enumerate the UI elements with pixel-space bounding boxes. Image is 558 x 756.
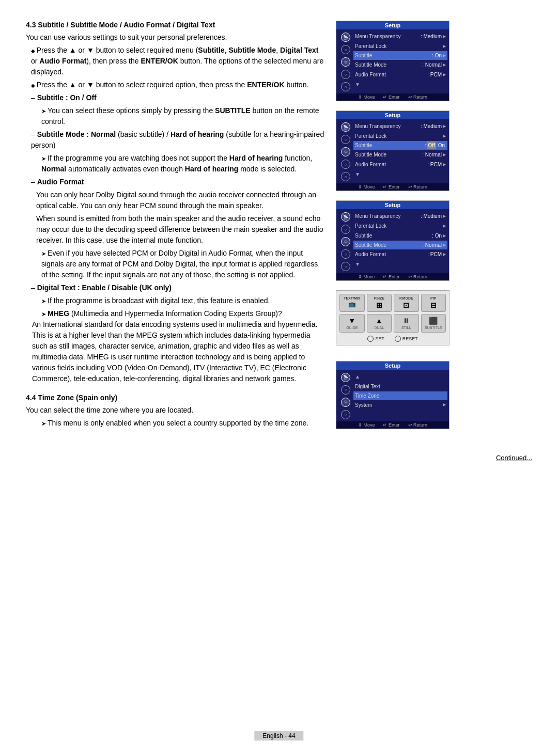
row-menu-trans-3: Menu Transparency : Medium ▶ xyxy=(355,211,446,221)
setup-rows-1: Menu Transparency : Medium ▶ Parental Lo… xyxy=(355,32,446,91)
row-system: System ▶ xyxy=(355,400,446,410)
icon-gear1: ⚙ xyxy=(341,57,350,67)
row-menu-trans-1: Menu Transparency : Medium ▶ xyxy=(355,32,446,41)
icon-c2: ○ xyxy=(341,135,350,144)
setup-title-3: Setup xyxy=(336,201,449,209)
btn-psize: PSIZE ⊞ xyxy=(367,294,392,312)
icon-c4: ○ xyxy=(341,172,350,181)
row-audio-format-3: Audio Format : PCM ▶ xyxy=(355,249,446,259)
icon-circle2: ○ xyxy=(341,70,350,79)
section-43-intro: You can use various settings to suit you… xyxy=(26,32,326,43)
setup-footer-2: ⇕ Move ↵ Enter ↩ Return xyxy=(336,183,449,191)
btn-textmix: TEXT/MIX 📺 xyxy=(339,294,365,312)
setup-panel-2: Setup 📡 ○ ⚙ ○ ○ Menu Transparency : Medi… xyxy=(336,111,450,191)
setup-panel-4: Setup 📡 ○ ⚙ ○ ▲ Digital Text xyxy=(336,361,450,429)
section-44-heading: 4.4 Time Zone (Spain only) xyxy=(26,393,326,402)
btn-subtitle: ⬛ SUBTITLE xyxy=(421,314,446,332)
icon-c6: ○ xyxy=(341,249,350,259)
bullet-2: Press the ▲ or ▼ button to select requir… xyxy=(31,80,326,90)
row-subtitle-mode-3: Subtitle Mode : Normal ▶ xyxy=(353,241,447,249)
audio-format-para2: When sound is emitted from both the main… xyxy=(36,213,326,246)
setup-title-4: Setup xyxy=(336,361,449,370)
setup-icons-2: 📡 ○ ⚙ ○ ○ xyxy=(339,121,352,181)
section-44-subitem: This menu is only enabled when you selec… xyxy=(41,418,326,429)
icon-c9: ○ xyxy=(341,410,350,419)
remote-bottom: SET RESET xyxy=(339,336,446,342)
row-parental-1: Parental Lock ▶ xyxy=(355,41,446,51)
row-arrow-1: ▼ xyxy=(355,80,446,89)
row-parental-3: Parental Lock ▶ xyxy=(355,221,446,231)
icon-antenna-2: 📡 xyxy=(341,122,350,132)
icon-gear3: ⚙ xyxy=(341,237,350,246)
page-footer: English - 44 xyxy=(254,731,303,741)
icon-c3: ○ xyxy=(341,160,350,169)
audio-format-subitem: Even if you have selected PCM or Dolby D… xyxy=(41,248,326,280)
section-43-heading: 4.3 Subtitle / Subtitle Mode / Audio For… xyxy=(26,21,326,29)
btn-pip: PIP ⊟ xyxy=(421,294,446,312)
digital-text-subitem: If the programme is broadcast with digit… xyxy=(41,295,326,306)
setup-icons-4: 📡 ○ ⚙ ○ xyxy=(339,372,352,419)
remote-grid: TEXT/MIX 📺 PSIZE ⊞ P.MODE ⊡ PIP ⊟ xyxy=(339,294,446,333)
row-subtitle-1: Subtitle : On ▶ xyxy=(353,51,447,60)
row-audio-format-1: Audio Format : PCM ▶ xyxy=(355,70,446,80)
subtitle-subitem: You can select these options simply by p… xyxy=(41,105,326,127)
icon-antenna-3: 📡 xyxy=(341,212,350,222)
row-subtitle-3: Subtitle : On ▶ xyxy=(355,231,446,241)
icon-gear4: ⚙ xyxy=(341,398,350,407)
row-up-arrow: ▲ xyxy=(355,372,446,382)
row-subtitle-mode-1: Subtitle Mode : Normal ▶ xyxy=(355,60,446,70)
row-subtitle-2: Subtitle : Off On xyxy=(353,141,447,150)
setup-title-2: Setup xyxy=(336,111,449,119)
digital-text-heading: Digital Text : Enable / Disable (UK only… xyxy=(31,282,326,293)
subtitle-mode-heading: Subtitle Mode : Normal (basic subtitle) … xyxy=(31,129,326,151)
main-content: 4.3 Subtitle / Subtitle Mode / Audio For… xyxy=(26,21,532,433)
text-column: 4.3 Subtitle / Subtitle Mode / Audio For… xyxy=(26,21,326,433)
section-44: 4.4 Time Zone (Spain only) You can selec… xyxy=(26,393,326,429)
icon-antenna: 📡 xyxy=(341,33,350,42)
setup-footer-1: ⇕ Move ↵ Enter ↩ Return xyxy=(336,93,449,101)
audio-format-para1: You can only hear Dolby Digital sound th… xyxy=(36,190,326,211)
setup-panel-1: Setup 📡 ○ ⚙ ○ ○ Menu Transparency : Medi… xyxy=(336,21,450,101)
row-arrow-3: ▼ xyxy=(355,259,446,269)
setup-rows-3: Menu Transparency : Medium ▶ Parental Lo… xyxy=(355,211,446,271)
section-44-intro: You can select the time zone where you a… xyxy=(26,405,326,416)
subtitle-mode-subitem: If the programme you are watching does n… xyxy=(41,153,326,175)
row-arrow-2: ▼ xyxy=(355,169,446,179)
icon-c8: ○ xyxy=(341,385,350,395)
setup-rows-4: ▲ Digital Text Time Zone System ▶ xyxy=(355,372,446,419)
btn-still: ⏸ STILL xyxy=(394,314,419,332)
row-audio-format-2: Audio Format : PCM ▶ xyxy=(355,160,446,169)
row-time-zone: Time Zone xyxy=(353,391,447,400)
icon-circle1: ○ xyxy=(341,45,350,54)
icon-c5: ○ xyxy=(341,225,350,234)
setup-title-1: Setup xyxy=(336,21,449,29)
row-subtitle-mode-2: Subtitle Mode : Normal ▶ xyxy=(355,150,446,160)
btn-pmode: P.MODE ⊡ xyxy=(394,294,419,312)
images-column: Setup 📡 ○ ⚙ ○ ○ Menu Transparency : Medi… xyxy=(336,21,460,433)
row-digital-text: Digital Text xyxy=(355,382,446,391)
row-parental-2: Parental Lock ▶ xyxy=(355,131,446,141)
row-menu-trans-2: Menu Transparency : Medium ▶ xyxy=(355,121,446,131)
page: 4.3 Subtitle / Subtitle Mode / Audio For… xyxy=(0,0,558,756)
remote-panel: TEXT/MIX 📺 PSIZE ⊞ P.MODE ⊡ PIP ⊟ xyxy=(336,290,450,345)
setup-icons-3: 📡 ○ ⚙ ○ ○ xyxy=(339,211,352,271)
btn-guide: ▼ GUIDE xyxy=(339,314,365,332)
setup-footer-3: ⇕ Move ↵ Enter ↩ Return xyxy=(336,273,449,280)
continued-text: Continued... xyxy=(26,454,532,462)
mheg-item: MHEG (Multimedia and Hypermedia Informat… xyxy=(41,308,326,384)
icon-circle3: ○ xyxy=(341,82,350,91)
audio-format-heading: Audio Format xyxy=(31,177,326,187)
setup-footer-4: ⇕ Move ↵ Enter ↩ Return xyxy=(336,421,449,429)
bullet-1: Press the ▲ or ▼ button to select requir… xyxy=(31,45,326,77)
icon-gear2: ⚙ xyxy=(341,147,350,156)
setup-panel-3: Setup 📡 ○ ⚙ ○ ○ Menu Transparency : Medi… xyxy=(336,200,450,281)
icon-antenna-4: 📡 xyxy=(341,373,350,382)
subtitle-heading: Subtitle : On / Off xyxy=(31,92,326,103)
setup-icons-1: 📡 ○ ⚙ ○ ○ xyxy=(339,32,352,91)
setup-rows-2: Menu Transparency : Medium ▶ Parental Lo… xyxy=(355,121,446,181)
icon-c7: ○ xyxy=(341,262,350,271)
btn-dual: ▲ DUAL xyxy=(367,314,392,332)
